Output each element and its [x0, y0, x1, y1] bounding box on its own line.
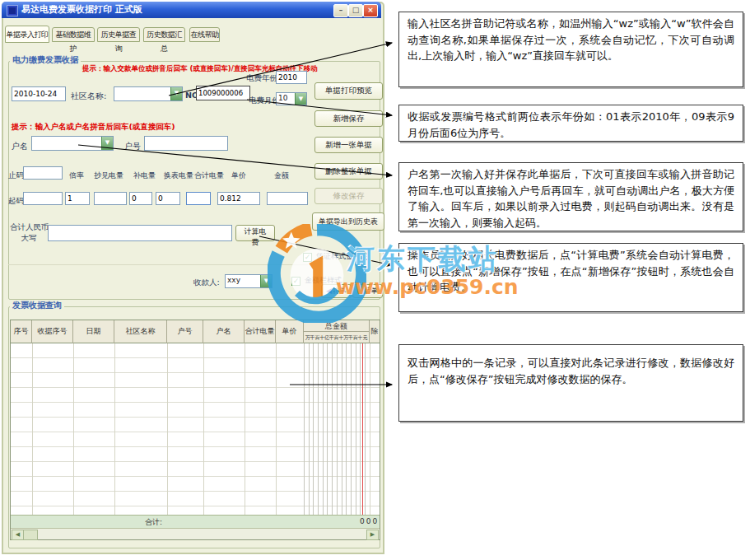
callout-arrows [0, 0, 750, 560]
